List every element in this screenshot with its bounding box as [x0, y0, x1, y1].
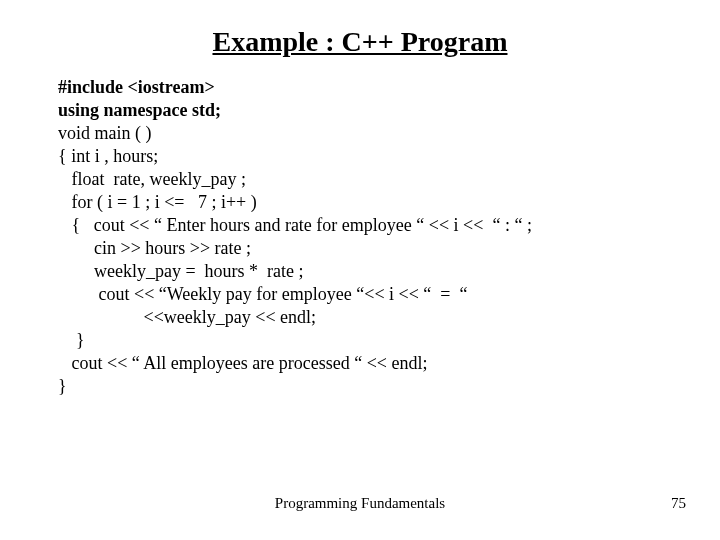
code-line: weekly_pay = hours * rate ;: [58, 260, 680, 283]
code-line: }: [58, 375, 680, 398]
slide: Example : C++ Program #include <iostream…: [0, 0, 720, 540]
code-line: cout << “ All employees are processed “ …: [58, 352, 680, 375]
code-line: { cout << “ Enter hours and rate for emp…: [58, 214, 680, 237]
code-line: <<weekly_pay << endl;: [58, 306, 680, 329]
code-line: #include <iostream>: [58, 76, 680, 99]
slide-title: Example : C++ Program: [0, 0, 720, 76]
page-number: 75: [671, 495, 686, 512]
code-line: using namespace std;: [58, 99, 680, 122]
footer-text: Programming Fundamentals: [0, 495, 720, 512]
code-line: cout << “Weekly pay for employee “<< i <…: [58, 283, 680, 306]
code-line: cin >> hours >> rate ;: [58, 237, 680, 260]
code-line: void main ( ): [58, 122, 680, 145]
code-block: #include <iostream> using namespace std;…: [0, 76, 720, 398]
code-line: for ( i = 1 ; i <= 7 ; i++ ): [58, 191, 680, 214]
code-line: float rate, weekly_pay ;: [58, 168, 680, 191]
code-line: { int i , hours;: [58, 145, 680, 168]
code-line: }: [58, 329, 680, 352]
